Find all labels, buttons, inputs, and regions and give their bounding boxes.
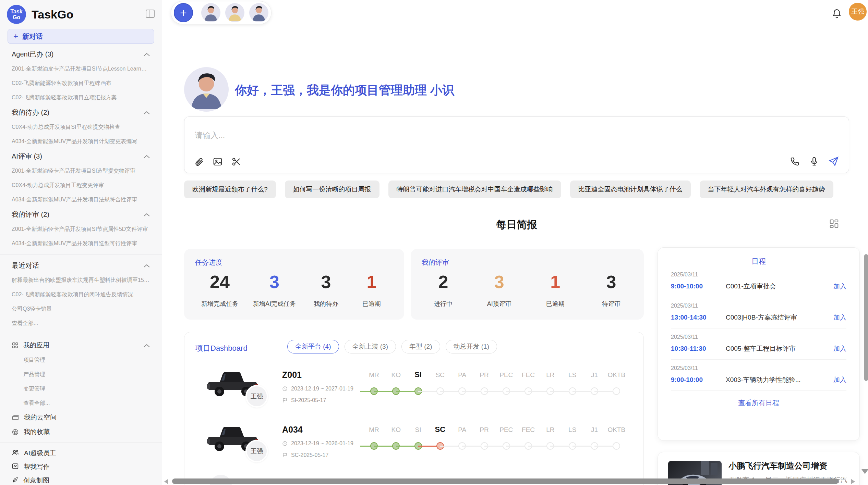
app-menu-item[interactable]: 查看全部... [12,396,150,410]
join-button[interactable]: 加入 [833,344,846,353]
project-code: A034 [282,425,303,435]
event-row: 9:00-10:00C001-立项审批会加入 [671,282,846,291]
sidebar-task-item[interactable]: Z001-全新燃油轻卡产品开发项目SI节点属性5D文件评审 [12,222,150,236]
sidebar-task-item[interactable]: C0X4-动力总成开发项目工程变更评审 [12,178,150,192]
vertical-scrollbar[interactable] [864,254,868,381]
chevron-up-icon[interactable] [143,262,150,270]
assistant-avatar-1[interactable] [201,3,220,22]
hscroll-left-arrow[interactable] [164,479,168,484]
dashboard-tab[interactable]: 全新上装 (3) [345,340,396,353]
chevron-up-icon[interactable] [143,152,150,160]
divider [0,254,162,254]
sidebar-task-item[interactable]: A034-全新新能源MUV产品开发项目计划变更表编写 [12,134,150,149]
recent-conversation-item[interactable]: 解释最新出台的欧盟报废车法规再生塑料比例被调至15%... [12,273,150,287]
event-time: 9:00-10:00 [671,283,726,290]
sidebar-task-item[interactable]: C0X4-动力总成开发项目SI里程碑提交物检查 [12,120,150,134]
my-review-card: 我的评审 2进行中3AI预评审1已逾期3待评审 [411,249,644,320]
sidebar-apps-title-row: 我的应用 [12,338,49,352]
assistant-avatar-3[interactable] [249,3,268,22]
send-icon[interactable] [828,156,839,167]
sidebar-apps-header[interactable]: 我的应用 [12,338,150,353]
stat-column: 24新增完成任务 [201,273,238,308]
news-title: 小鹏飞行汽车制造公司增资 [728,460,827,471]
event-row: 10:30-11:30C005-整车工程目标评审加入 [671,344,846,353]
sidebar-link-cloud-space[interactable]: 我的云空间 [12,410,150,425]
milestone-node [613,387,620,395]
suggestion-chip[interactable]: 如何写一份清晰的项目周报 [285,181,379,198]
recent-conversation-item[interactable]: 公司Q3轻卡销量 [12,302,150,316]
dashboard-tab[interactable]: 年型 (2) [401,340,440,353]
user-avatar[interactable]: 王强 [849,3,867,21]
project-card[interactable]: 王强Z0012023-12-19 ~ 2027-01-19SI-2025-05-… [184,363,643,418]
sidebar-header: Task Go TaskGo [0,0,162,24]
dashboard-tab[interactable]: 动总开发 (1) [446,340,497,353]
input-toolbar-right [790,156,839,167]
sidebar-task-item[interactable]: Z001-全新燃油皮卡产品开发项目SI节点Lesson Learn报告 [12,62,150,76]
sidebar-recent-header[interactable]: 最近对话 [12,258,150,273]
chevron-up-icon[interactable] [143,341,150,349]
voice-call-icon[interactable] [790,156,800,166]
app-menu-item[interactable]: 变更管理 [12,382,150,396]
recent-conversation-item[interactable]: C02-飞腾新能源轻客改款项目的闭环通告反馈情况 [12,287,150,302]
notifications-bell-icon[interactable] [831,8,843,20]
app-menu-item[interactable]: 产品管理 [12,367,150,382]
recent-conversation-item[interactable]: 查看全部... [12,316,150,331]
clock-icon [282,441,288,446]
hscroll-right-arrow[interactable] [851,479,855,484]
app-menu-item[interactable]: 项目管理 [12,353,150,367]
sidebar-task-item[interactable]: A034-全新新能源MUV产品开发项目法规符合性评审 [12,192,150,207]
chevron-up-icon[interactable] [143,50,150,58]
add-assistant-button[interactable]: + [174,3,193,22]
event-name: X003-车辆动力学性能验... [726,375,801,384]
chevron-up-icon[interactable] [143,109,150,116]
stat-label: 待评审 [602,300,620,308]
event-row: 13:00-14:30C003|H0B-方案冻结评审加入 [671,313,846,322]
milestone-label: OKTB [602,426,631,434]
event-time: 10:30-11:30 [671,345,726,352]
dashboard-tab[interactable]: 全新平台 (4) [287,340,339,353]
new-chat-button[interactable]: + 新对话 [8,29,154,44]
suggestion-chip[interactable]: 比亚迪全固态电池计划具体说了什么 [570,181,691,198]
assistant-avatar-2[interactable] [225,3,244,22]
sidebar-section-header[interactable]: Agent已办 (3) [12,47,150,62]
microphone-icon[interactable] [809,156,819,166]
stat-value: 24 [210,273,230,291]
sidebar-section-header[interactable]: AI评审 (3) [12,149,150,164]
input-toolbar-left [194,157,241,167]
event-date: 2025/03/11 [671,272,846,278]
attachment-icon[interactable] [194,157,204,167]
ai-staff-icon [12,449,19,458]
vscroll-down-arrow[interactable] [861,469,868,474]
join-button[interactable]: 加入 [833,282,846,291]
assistant-switcher: + [171,1,272,24]
sidebar-section-header[interactable]: 我的评审 (2) [12,207,150,222]
app-logo-top: Task [10,9,22,14]
horizontal-scrollbar[interactable] [172,478,839,484]
sidebar-task-item[interactable]: Z001-全新燃油轻卡产品开发项目SI造型提交物评审 [12,164,150,178]
chevron-up-icon[interactable] [143,211,150,219]
suggestion-chip[interactable]: 特朗普可能对进口汽车增税会对中国车企造成哪些影响 [388,181,561,198]
join-button[interactable]: 加入 [833,375,846,384]
sidebar-tool-ai-staff[interactable]: AI超级员工 [12,446,150,460]
suggestion-chip[interactable]: 当下年轻人对汽车外观有怎样的喜好趋势 [700,181,833,198]
collapse-sidebar-icon[interactable] [145,9,155,20]
join-button[interactable]: 加入 [833,313,846,322]
event-name: C001-立项审批会 [726,282,776,291]
layout-grid-icon[interactable] [829,219,839,230]
sidebar-task-item[interactable]: C02-飞腾新能源轻客改款项目里程碑画布 [12,76,150,90]
project-dashboard-title: 项目Dashboard [195,343,248,353]
scissors-icon[interactable] [231,157,241,167]
sidebar-task-item[interactable]: C02-飞腾新能源轻客改款项目立项汇报方案 [12,90,150,105]
sidebar-section-header[interactable]: 我的待办 (2) [12,105,150,120]
schedule-card: 日程 2025/03/119:00-10:00C001-立项审批会加入2025/… [658,247,860,441]
project-card[interactable]: 王强A0342023-12-19 ~ 2026-01-19SC-2025-05-… [184,418,643,473]
chat-input[interactable] [194,130,743,140]
suggestion-chip[interactable]: 欧洲新规最近颁布了什么? [184,181,276,198]
image-upload-icon[interactable] [213,157,223,167]
sidebar-link-favorites[interactable]: 我的收藏 [12,425,150,439]
sidebar-task-item[interactable]: A034-全新新能源MUV产品开发项目造型可行性评审 [12,236,150,251]
divider [0,334,162,334]
sidebar-tool-drawing[interactable]: 创意制图 [12,474,150,485]
view-all-schedule-link[interactable]: 查看所有日程 [671,398,846,408]
sidebar-tool-writing[interactable]: 帮我写作 [12,460,150,474]
